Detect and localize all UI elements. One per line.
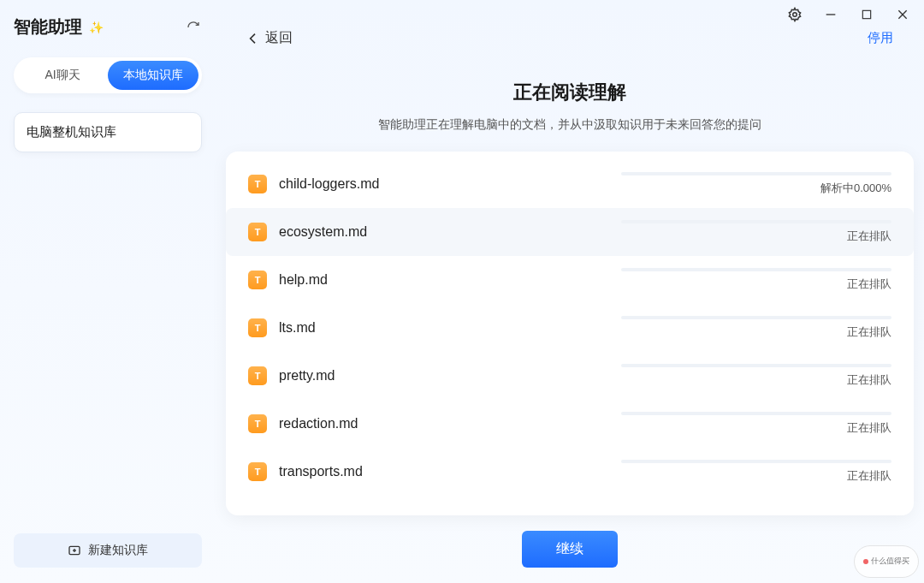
page-title: 正在阅读理解: [226, 80, 914, 105]
file-status: 正在排队: [847, 277, 891, 292]
file-progress: 解析中0.000%: [587, 172, 891, 196]
file-row[interactable]: T help.md 正在排队: [226, 256, 914, 304]
kb-card-computer[interactable]: 电脑整机知识库: [14, 112, 202, 152]
progress-bar: [621, 364, 891, 367]
file-row[interactable]: T lts.md 正在排队: [226, 304, 914, 352]
file-name: transports.md: [279, 464, 587, 479]
folder-plus-icon: [68, 544, 81, 557]
file-progress: 正在排队: [587, 220, 891, 244]
tab-ai-chat[interactable]: AI聊天: [17, 61, 108, 90]
file-status: 正在排队: [847, 324, 891, 340]
tab-local-kb[interactable]: 本地知识库: [108, 61, 198, 90]
file-progress: 正在排队: [587, 412, 891, 436]
file-status: 正在排队: [847, 420, 891, 436]
file-row[interactable]: T redaction.md 正在排队: [226, 400, 914, 448]
file-type-icon: T: [248, 271, 267, 289]
file-row[interactable]: T pretty.md 正在排队: [226, 352, 914, 400]
file-type-icon: T: [248, 366, 267, 385]
file-progress: 正在排队: [587, 364, 891, 388]
main-pane: 返回 停用 正在阅读理解 智能助理正在理解电脑中的文档，并从中汲取知识用于未来回…: [216, 0, 924, 583]
file-status: 正在排队: [847, 468, 891, 484]
chevron-left-icon: [246, 32, 260, 45]
file-status: 正在排队: [847, 229, 891, 244]
file-row[interactable]: T ecosystem.md 正在排队: [226, 208, 914, 256]
file-type-icon: T: [248, 414, 267, 433]
sidebar: 智能助理 ✨ AI聊天 本地知识库 电脑整机知识库 新建知识库: [0, 0, 216, 583]
file-name: child-loggers.md: [279, 176, 587, 192]
sparkle-icon: ✨: [89, 21, 104, 34]
file-progress: 正在排队: [587, 460, 891, 484]
file-type-icon: T: [248, 175, 267, 193]
watermark: 什么值得买: [854, 545, 919, 578]
continue-button[interactable]: 继续: [522, 531, 618, 568]
progress-bar: [621, 220, 891, 223]
page-subtitle: 智能助理正在理解电脑中的文档，并从中汲取知识用于未来回答您的提问: [226, 117, 914, 133]
file-progress: 正在排队: [587, 268, 891, 292]
progress-bar: [621, 316, 891, 319]
disable-link[interactable]: 停用: [868, 30, 893, 46]
progress-bar: [621, 460, 891, 463]
back-label: 返回: [265, 29, 293, 47]
file-row[interactable]: T transports.md 正在排队: [226, 448, 914, 496]
file-type-icon: T: [248, 318, 267, 337]
file-name: ecosystem.md: [279, 224, 587, 240]
file-name: lts.md: [279, 320, 587, 336]
new-kb-button[interactable]: 新建知识库: [14, 533, 202, 568]
new-kb-label: 新建知识库: [88, 543, 148, 558]
file-name: help.md: [279, 272, 587, 288]
refresh-icon[interactable]: [185, 19, 202, 36]
file-progress: 正在排队: [587, 316, 891, 340]
file-name: redaction.md: [279, 416, 587, 431]
back-button[interactable]: 返回: [246, 29, 293, 47]
file-status: 正在排队: [847, 372, 891, 388]
file-name: pretty.md: [279, 368, 587, 384]
progress-bar: [621, 172, 891, 175]
app-title: 智能助理: [14, 15, 82, 39]
mode-segmented-control: AI聊天 本地知识库: [14, 57, 202, 93]
progress-bar: [621, 268, 891, 271]
file-queue-panel: T child-loggers.md 解析中0.000% T ecosystem…: [226, 152, 914, 515]
file-type-icon: T: [248, 223, 267, 241]
file-row[interactable]: T child-loggers.md 解析中0.000%: [226, 160, 914, 208]
progress-bar: [621, 412, 891, 415]
file-status: 解析中0.000%: [820, 181, 891, 196]
file-type-icon: T: [248, 462, 267, 481]
